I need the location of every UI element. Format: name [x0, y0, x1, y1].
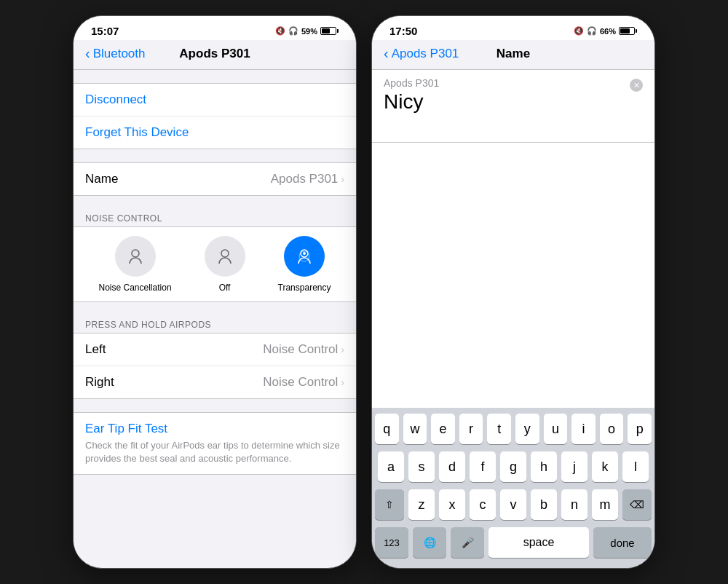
key-n[interactable]: n: [561, 489, 587, 520]
key-v[interactable]: v: [500, 489, 526, 520]
right-item[interactable]: Right Noise Control ›: [74, 366, 356, 398]
key-i[interactable]: i: [571, 414, 596, 444]
key-mic[interactable]: 🎤: [451, 527, 484, 558]
key-u[interactable]: u: [544, 414, 568, 444]
key-p[interactable]: p: [628, 414, 652, 444]
right-chevron-icon: ›: [341, 376, 344, 388]
svg-point-0: [132, 250, 139, 257]
ear-tip-link[interactable]: Ear Tip Fit Test: [85, 422, 344, 436]
right-value-row: Noise Control ›: [263, 375, 344, 390]
noise-off-option[interactable]: Off: [205, 236, 245, 293]
key-r[interactable]: r: [459, 414, 483, 444]
key-b[interactable]: b: [531, 489, 557, 520]
chevron-back-icon-1: ‹: [85, 45, 90, 62]
battery-percent-2: 66%: [600, 27, 616, 36]
key-d[interactable]: d: [439, 451, 465, 482]
key-m[interactable]: m: [592, 489, 618, 520]
status-icons-2: 🔇 🎧 66%: [574, 26, 637, 36]
ear-tip-description: Check the fit of your AirPods ear tips t…: [85, 439, 344, 465]
status-time-1: 15:07: [91, 25, 119, 37]
key-a[interactable]: a: [378, 451, 404, 482]
right-value: Noise Control: [263, 375, 338, 390]
key-f[interactable]: f: [470, 451, 496, 482]
noise-cancellation-icon: [124, 245, 146, 267]
key-x[interactable]: x: [439, 489, 465, 520]
key-space[interactable]: space: [488, 527, 589, 558]
name-item[interactable]: Name Apods P301 ›: [74, 163, 356, 195]
noise-off-circle: [205, 236, 245, 277]
noise-cancellation-circle: [115, 236, 156, 277]
key-y[interactable]: y: [515, 414, 539, 444]
key-c[interactable]: c: [470, 489, 496, 520]
press-hold-header: PRESS AND HOLD AIRPODS: [74, 315, 356, 333]
noise-control-group: Noise Cancellation Off: [74, 226, 356, 302]
battery-percent-1: 59%: [301, 27, 317, 36]
keyboard-bottom-row: 123 🌐 🎤 space done: [375, 527, 652, 558]
key-s[interactable]: s: [408, 451, 435, 482]
mute-icon-2: 🔇: [574, 26, 584, 36]
left-item[interactable]: Left Noise Control ›: [74, 334, 356, 366]
key-j[interactable]: j: [561, 451, 587, 482]
forget-device-item[interactable]: Forget This Device: [74, 117, 356, 149]
name-input-typed: Nicy: [384, 90, 643, 114]
name-chevron-icon: ›: [341, 173, 344, 185]
keyboard-row-1: q w e r t y u i o p: [375, 414, 652, 444]
nav-title-2: Name: [496, 47, 530, 61]
content-1: Disconnect Forget This Device Name Apods…: [74, 70, 356, 558]
noise-cancellation-option[interactable]: Noise Cancellation: [99, 236, 172, 293]
disconnect-item[interactable]: Disconnect: [74, 84, 356, 117]
key-z[interactable]: z: [408, 489, 435, 520]
back-button-2[interactable]: ‹ Apods P301: [384, 46, 459, 62]
key-shift[interactable]: ⇧: [375, 489, 404, 520]
name-value: Apods P301: [271, 172, 339, 186]
headphones-icon-2: 🎧: [587, 26, 597, 36]
chevron-back-icon-2: ‹: [384, 45, 389, 62]
left-value-row: Noise Control ›: [263, 342, 344, 357]
noise-cancellation-label: Noise Cancellation: [99, 283, 172, 293]
key-done[interactable]: done: [593, 527, 652, 558]
clear-button[interactable]: ✕: [630, 79, 643, 92]
svg-point-3: [303, 252, 306, 255]
phone-1: 15:07 🔇 🎧 59% ‹ Bluetooth Apods P3: [73, 15, 357, 569]
name-input-placeholder: Apods P301: [384, 77, 643, 89]
ear-tip-section: Ear Tip Fit Test Check the fit of your A…: [74, 412, 356, 475]
left-value: Noise Control: [263, 342, 338, 357]
back-label-2: Apods P301: [392, 47, 459, 61]
noise-off-icon: [214, 245, 236, 267]
key-e[interactable]: e: [431, 414, 455, 444]
status-bar-2: 17:50 🔇 🎧 66%: [372, 16, 654, 40]
name-input-area[interactable]: Apods P301 Nicy ✕: [372, 70, 654, 143]
name-group: Name Apods P301 ›: [74, 162, 356, 196]
transparency-icon: [293, 245, 315, 267]
status-bar-1: 15:07 🔇 🎧 59%: [74, 16, 356, 40]
press-hold-group: Left Noise Control › Right Noise Control…: [74, 333, 356, 399]
nav-bar-1: ‹ Bluetooth Apods P301: [74, 40, 356, 70]
noise-transparency-option[interactable]: Transparency: [278, 236, 331, 293]
headphones-icon: 🎧: [288, 26, 298, 36]
battery-icon-1: [320, 27, 339, 35]
keyboard: q w e r t y u i o p a s d f g: [372, 408, 654, 568]
key-k[interactable]: k: [592, 451, 618, 482]
battery-icon-2: [619, 27, 637, 35]
key-t[interactable]: t: [487, 414, 511, 444]
noise-transparency-label: Transparency: [278, 283, 331, 293]
noise-options: Noise Cancellation Off: [82, 236, 347, 293]
key-g[interactable]: g: [500, 451, 526, 482]
name-value-row: Apods P301 ›: [271, 172, 344, 186]
nav-bar-2: ‹ Apods P301 Name: [372, 40, 654, 70]
forget-label: Forget This Device: [85, 125, 189, 140]
key-globe[interactable]: 🌐: [413, 527, 446, 558]
keyboard-row-3: ⇧ z x c v b n m ⌫: [375, 489, 652, 520]
key-w[interactable]: w: [403, 414, 427, 444]
disconnect-label: Disconnect: [85, 92, 146, 107]
key-o[interactable]: o: [600, 414, 624, 444]
key-h[interactable]: h: [531, 451, 557, 482]
key-numbers[interactable]: 123: [375, 527, 408, 558]
action-group: Disconnect Forget This Device: [74, 83, 356, 149]
phone-2: 17:50 🔇 🎧 66% ‹ Apods P301 Name: [371, 15, 655, 569]
key-l[interactable]: l: [622, 451, 649, 482]
back-button-1[interactable]: ‹ Bluetooth: [85, 46, 146, 62]
noise-transparency-circle: [284, 236, 325, 277]
key-q[interactable]: q: [375, 414, 399, 444]
key-delete[interactable]: ⌫: [622, 489, 652, 520]
